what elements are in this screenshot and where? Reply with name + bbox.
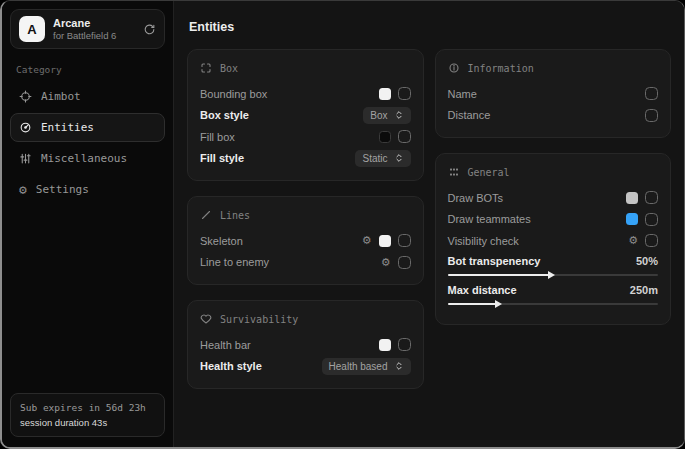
color-swatch[interactable] xyxy=(626,192,638,204)
setting-label: Fill box xyxy=(200,131,235,143)
panel-general-header: General xyxy=(448,166,659,178)
sliders-icon xyxy=(19,152,32,165)
checkbox[interactable] xyxy=(398,234,411,247)
scan-box-icon xyxy=(200,62,212,74)
right-column: Information Name Distance xyxy=(435,49,672,325)
setting-row-skeleton: Skeleton ⚙ xyxy=(200,230,411,252)
panel-information-header: Information xyxy=(448,62,659,74)
page-title: Entities xyxy=(189,20,671,34)
checkbox[interactable] xyxy=(398,338,411,351)
setting-row-fill-style: Fill style Static xyxy=(200,148,411,170)
panel-lines: Lines Skeleton ⚙ Line to enemy ⚙ xyxy=(187,196,424,285)
app-name: Arcane xyxy=(53,17,116,29)
setting-row-line-to-enemy: Line to enemy ⚙ xyxy=(200,252,411,274)
setting-label: Fill style xyxy=(200,152,244,164)
session-duration: session duration 43s xyxy=(20,417,155,428)
gear-icon[interactable]: ⚙ xyxy=(628,235,638,246)
info-icon xyxy=(448,62,460,74)
sidebar-item-label: Settings xyxy=(36,183,89,196)
sidebar-item-miscellaneous[interactable]: Miscellaneous xyxy=(10,144,165,173)
category-label: Category xyxy=(16,64,159,75)
slider-thumb[interactable] xyxy=(548,271,555,279)
checkbox[interactable] xyxy=(645,213,658,226)
app-subtitle: for Battlefield 6 xyxy=(53,30,116,41)
dropdown-value: Box xyxy=(370,110,387,121)
bot-transparency-slider[interactable] xyxy=(448,270,659,280)
setting-label: Draw BOTs xyxy=(448,192,504,204)
color-swatch[interactable] xyxy=(379,235,391,247)
setting-row-draw-teammates: Draw teammates xyxy=(448,209,659,231)
slider-fill xyxy=(448,274,549,276)
setting-label: Max distance xyxy=(448,284,517,296)
main-content: Entities Box Bounding box xyxy=(174,1,684,447)
panel-survivability-header: Survivability xyxy=(200,313,411,325)
setting-label: Box style xyxy=(200,109,249,121)
setting-row-distance: Distance xyxy=(448,105,659,127)
setting-row-health-style: Health style Health based xyxy=(200,356,411,378)
color-swatch[interactable] xyxy=(379,131,391,143)
setting-label: Visibility check xyxy=(448,235,519,247)
checkbox[interactable] xyxy=(398,256,411,269)
setting-label: Health bar xyxy=(200,339,251,351)
chevrons-up-down-icon xyxy=(394,361,404,371)
checkbox[interactable] xyxy=(398,130,411,143)
gear-icon[interactable]: ⚙ xyxy=(381,257,391,268)
checkbox[interactable] xyxy=(398,87,411,100)
app-meta: Arcane for Battlefield 6 xyxy=(53,17,116,41)
setting-label: Draw teammates xyxy=(448,213,531,225)
max-distance-slider[interactable] xyxy=(448,299,659,309)
bot-transparency-setting: Bot transpenency 50% xyxy=(448,255,659,280)
sidebar-item-label: Miscellaneous xyxy=(41,152,127,165)
panel-general: General Draw BOTs Draw teammates xyxy=(435,153,672,325)
color-swatch[interactable] xyxy=(379,339,391,351)
gear-icon: ⚙ xyxy=(19,183,27,196)
panel-information: Information Name Distance xyxy=(435,49,672,138)
sidebar-item-settings[interactable]: ⚙ Settings xyxy=(10,175,165,204)
gear-icon[interactable]: ⚙ xyxy=(362,235,372,246)
max-distance-setting: Max distance 250m xyxy=(448,284,659,309)
setting-row-box-style: Box style Box xyxy=(200,105,411,127)
checkbox[interactable] xyxy=(645,234,658,247)
diagonal-line-icon xyxy=(200,209,212,221)
setting-row-draw-bots: Draw BOTs xyxy=(448,187,659,209)
setting-row-visibility-check: Visibility check ⚙ xyxy=(448,230,659,252)
refresh-icon[interactable] xyxy=(143,23,156,36)
health-style-dropdown[interactable]: Health based xyxy=(322,358,411,375)
slider-thumb[interactable] xyxy=(495,300,502,308)
setting-label: Bot transpenency xyxy=(448,255,541,267)
sidebar: A Arcane for Battlefield 6 Category Aimb… xyxy=(2,1,174,447)
setting-row-name: Name xyxy=(448,83,659,105)
checkbox[interactable] xyxy=(645,109,658,122)
setting-label: Bounding box xyxy=(200,88,267,100)
panel-lines-header: Lines xyxy=(200,209,411,221)
setting-label: Health style xyxy=(200,360,262,372)
setting-row-fill-box: Fill box xyxy=(200,126,411,148)
radar-icon xyxy=(19,121,32,134)
setting-label: Distance xyxy=(448,109,491,121)
sidebar-spacer xyxy=(10,205,165,393)
app-avatar: A xyxy=(19,16,45,42)
chevrons-up-down-icon xyxy=(394,110,404,120)
dropdown-value: Static xyxy=(362,153,387,164)
setting-label: Line to enemy xyxy=(200,256,269,268)
checkbox[interactable] xyxy=(645,87,658,100)
box-style-dropdown[interactable]: Box xyxy=(363,107,410,124)
setting-row-health-bar: Health bar xyxy=(200,334,411,356)
sidebar-item-aimbot[interactable]: Aimbot xyxy=(10,82,165,111)
left-column: Box Bounding box Box style Box xyxy=(187,49,424,389)
crosshair-icon xyxy=(19,90,32,103)
color-swatch[interactable] xyxy=(626,213,638,225)
checkbox[interactable] xyxy=(645,191,658,204)
setting-label: Name xyxy=(448,88,477,100)
grid-icon xyxy=(448,166,460,178)
sidebar-item-label: Entities xyxy=(41,121,94,134)
sidebar-item-label: Aimbot xyxy=(41,90,81,103)
sidebar-item-entities[interactable]: Entities xyxy=(10,113,165,142)
heart-icon xyxy=(200,313,212,325)
panel-survivability: Survivability Health bar Health style He… xyxy=(187,300,424,389)
setting-label: Skeleton xyxy=(200,235,243,247)
panel-box-header: Box xyxy=(200,62,411,74)
fill-style-dropdown[interactable]: Static xyxy=(355,150,410,167)
color-swatch[interactable] xyxy=(379,88,391,100)
app-window: A Arcane for Battlefield 6 Category Aimb… xyxy=(0,0,685,449)
